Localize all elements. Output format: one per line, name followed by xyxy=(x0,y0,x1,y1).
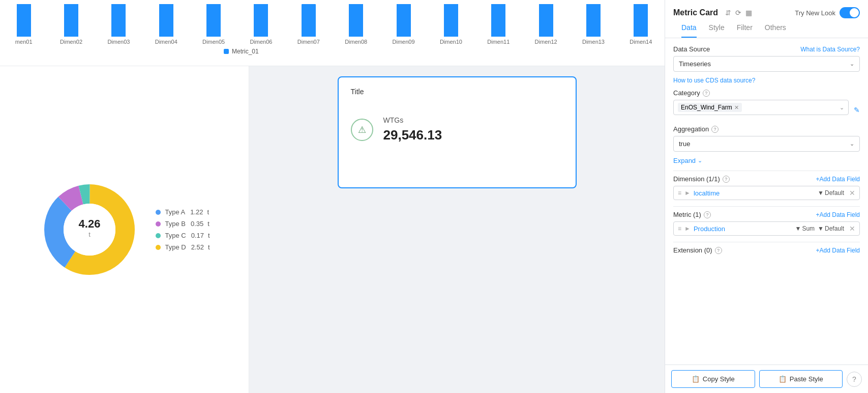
paste-style-label: Paste Style xyxy=(790,375,823,383)
bar-label: Dimen09 xyxy=(393,39,415,45)
donut-chart: 4.26 t xyxy=(39,179,140,280)
dimension-agg-dropdown[interactable]: ▼ Default xyxy=(818,189,844,196)
legend-val-b: 0.35 xyxy=(191,220,203,228)
category-dropdown[interactable]: EnOS_Wind_Farm ✕ ⌄ xyxy=(673,100,849,115)
bar-label: Dimen07 xyxy=(297,39,320,45)
aggregation-help-icon[interactable]: ? xyxy=(711,126,719,133)
add-extension-btn[interactable]: +Add Data Field xyxy=(816,247,860,254)
sort-icon[interactable]: ⇵ xyxy=(725,9,731,17)
divider-2 xyxy=(673,206,860,207)
legend-label-b: Type B xyxy=(165,220,185,228)
legend-item-b: Type B 0.35 t xyxy=(156,220,209,228)
right-tabs: Data Style Filter Others xyxy=(673,23,860,38)
legend-item-d: Type D 2.52 t xyxy=(156,243,209,251)
refresh-icon[interactable]: ⟳ xyxy=(735,9,741,17)
legend-label-c: Type C xyxy=(165,232,186,239)
tab-filter[interactable]: Filter xyxy=(737,23,753,38)
bar-chart-bars: men01Dimen02Dimen03Dimen04Dimen05Dimen06… xyxy=(0,4,665,45)
bar xyxy=(159,4,173,37)
tab-others[interactable]: Others xyxy=(765,23,786,38)
dimension-section: Dimension (1/1) ? +Add Data Field ≡ ► lo… xyxy=(673,175,860,200)
copy-style-label: Copy Style xyxy=(703,375,735,383)
try-new-look-toggle[interactable] xyxy=(840,7,860,18)
help-button[interactable]: ? xyxy=(847,372,862,387)
cds-link[interactable]: How to use CDS data source? xyxy=(673,77,860,84)
dropdown-arrow-agg: ⌄ xyxy=(850,141,854,147)
dimension-header: Dimension (1/1) ? +Add Data Field xyxy=(673,175,860,183)
category-help-icon[interactable]: ? xyxy=(703,90,710,97)
drag-handle-metric[interactable]: ≡ xyxy=(678,225,681,232)
dimension-remove-btn[interactable]: ✕ xyxy=(849,189,855,197)
bar-item: Dimen06 xyxy=(237,4,285,45)
bar-item: men01 xyxy=(0,4,47,45)
bar-label: men01 xyxy=(15,39,33,45)
legend-dot xyxy=(224,49,229,54)
dimension-help-icon[interactable]: ? xyxy=(723,176,730,183)
donut-panel: 4.26 t Type A 1.22 t Type B 0.35 t xyxy=(0,66,249,393)
dimension-field-name: localtime xyxy=(694,189,815,197)
extension-header: Extension (0) ? +Add Data Field xyxy=(673,246,860,254)
tab-data[interactable]: Data xyxy=(681,23,697,38)
metric-agg1-dropdown[interactable]: ▼ Sum xyxy=(795,225,815,232)
legend-label-a: Type A xyxy=(165,208,185,216)
bar xyxy=(491,4,505,37)
expand-arrow-metric[interactable]: ► xyxy=(684,225,691,232)
try-new-look-label: Try New Look xyxy=(795,9,835,17)
metric-label: WTGs xyxy=(383,116,442,124)
right-header: Metric Card ⇵ ⟳ ▦ Try New Look Data Styl… xyxy=(665,0,868,38)
bar-item: Dimen09 xyxy=(380,4,427,45)
bar-item: Dimen07 xyxy=(285,4,332,45)
bar xyxy=(634,4,648,37)
category-row-header: Category ? xyxy=(673,89,860,97)
bar-item: Dimen14 xyxy=(617,4,665,45)
copy-style-icon: 📋 xyxy=(692,375,700,383)
category-chevron-icon: ⌄ xyxy=(840,104,844,111)
metric-field-name: Production xyxy=(694,225,792,233)
category-tag-value: EnOS_Wind_Farm xyxy=(681,104,732,111)
drag-handle-dimension[interactable]: ≡ xyxy=(678,189,681,196)
dimension-field-row: ≡ ► localtime ▼ Default ✕ xyxy=(673,186,860,200)
aggregation-dropdown[interactable]: true ⌄ xyxy=(673,136,860,152)
data-source-dropdown[interactable]: Timeseries ⌄ xyxy=(673,56,860,72)
legend-color-d xyxy=(156,245,161,250)
legend-unit-c: t xyxy=(208,232,210,239)
divider-3 xyxy=(673,242,860,242)
metric-remove-btn[interactable]: ✕ xyxy=(849,224,855,233)
expand-chevron-icon: ⌄ xyxy=(698,157,702,164)
legend-label: Metric_01 xyxy=(232,48,259,55)
metric-card-content: ⚠ WTGs 29,546.13 xyxy=(351,116,563,143)
donut-legend: Type A 1.22 t Type B 0.35 t Type C 0.17 … xyxy=(156,208,209,251)
add-metric-btn[interactable]: +Add Data Field xyxy=(816,211,860,218)
legend-unit-b: t xyxy=(207,220,209,228)
export-icon[interactable]: ▦ xyxy=(745,9,752,17)
paste-style-button[interactable]: 📋 Paste Style xyxy=(759,370,843,388)
data-source-value: Timeseries xyxy=(679,60,711,68)
legend-label-d: Type D xyxy=(165,243,186,251)
bar-item: Dimen02 xyxy=(47,4,95,45)
paste-style-icon: 📋 xyxy=(779,375,787,383)
toggle-knob xyxy=(850,8,859,17)
expand-arrow-dimension[interactable]: ► xyxy=(684,189,691,196)
data-source-row: Data Source What is Data Source? xyxy=(673,45,860,53)
metric-help-icon[interactable]: ? xyxy=(704,211,711,218)
tab-style[interactable]: Style xyxy=(709,23,725,38)
bar-label: Dimen05 xyxy=(202,39,225,45)
bar xyxy=(349,4,363,37)
bar-label: Dimen12 xyxy=(535,39,557,45)
metric-values: WTGs 29,546.13 xyxy=(383,116,442,143)
metric-agg2-dropdown[interactable]: ▼ Default xyxy=(818,225,844,232)
dimension-title: Dimension (1/1) ? xyxy=(673,175,730,183)
bar xyxy=(206,4,221,37)
tag-remove-btn[interactable]: ✕ xyxy=(734,104,739,111)
bar-label: Dimen08 xyxy=(345,39,367,45)
category-edit-icon[interactable]: ✎ xyxy=(854,106,860,114)
add-dimension-btn[interactable]: +Add Data Field xyxy=(816,176,860,183)
legend-unit-a: t xyxy=(207,208,209,216)
metric-dropdown-arrow1: ▼ xyxy=(795,225,801,232)
expand-row[interactable]: Expand ⌄ xyxy=(673,157,860,164)
right-header-title: Metric Card xyxy=(673,8,718,17)
copy-style-button[interactable]: 📋 Copy Style xyxy=(671,370,755,388)
data-source-link[interactable]: What is Data Source? xyxy=(800,46,860,53)
right-panel: Metric Card ⇵ ⟳ ▦ Try New Look Data Styl… xyxy=(665,0,868,393)
extension-help-icon[interactable]: ? xyxy=(715,247,722,254)
